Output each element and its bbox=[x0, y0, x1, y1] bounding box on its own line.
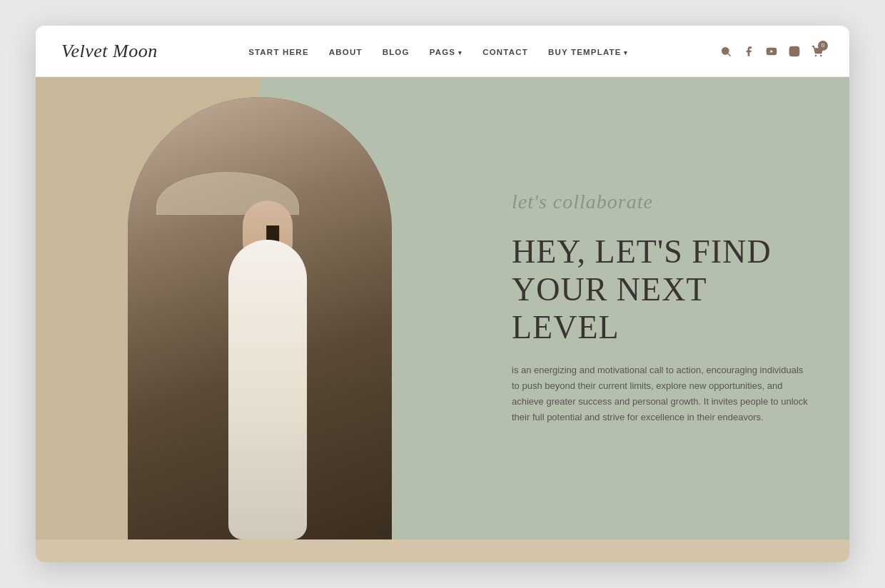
nav-link-about[interactable]: ABOUT bbox=[329, 48, 363, 56]
hero-script-text: let's collaborate bbox=[512, 191, 809, 213]
bottom-strip bbox=[36, 539, 849, 562]
nav-item-start-here[interactable]: START HERE bbox=[248, 45, 309, 58]
figure-body bbox=[228, 240, 307, 539]
svg-point-7 bbox=[821, 55, 821, 56]
svg-point-5 bbox=[796, 48, 797, 49]
hero-body-text: is an energizing and motivational call t… bbox=[512, 363, 809, 425]
arch-clip bbox=[128, 97, 392, 539]
hero-image bbox=[128, 97, 392, 539]
nav-link-blog[interactable]: BLOG bbox=[383, 48, 410, 56]
hero-right-panel: let's collaborate HEY, LET'S FIND YOUR N… bbox=[483, 77, 849, 539]
nav-link-start-here[interactable]: START HERE bbox=[248, 48, 309, 56]
youtube-icon[interactable] bbox=[765, 45, 778, 58]
nav-item-about[interactable]: ABOUT bbox=[329, 45, 363, 58]
nav-link-buy-template[interactable]: BUY TEMPLATE bbox=[548, 48, 629, 56]
cart-icon[interactable]: 0 bbox=[811, 45, 824, 58]
nav-item-pags[interactable]: PAGS bbox=[430, 45, 462, 58]
figure bbox=[189, 126, 346, 539]
hero-left-panel bbox=[36, 77, 483, 539]
cart-count: 0 bbox=[818, 41, 828, 51]
search-icon[interactable] bbox=[719, 45, 732, 58]
nav-item-buy-template[interactable]: BUY TEMPLATE bbox=[548, 45, 629, 58]
browser-window: Velvet Moon START HERE ABOUT BLOG PAGS C… bbox=[36, 26, 849, 562]
nav-link-pags[interactable]: PAGS bbox=[430, 48, 462, 56]
nav-links: START HERE ABOUT BLOG PAGS CONTACT BUY T… bbox=[248, 45, 628, 58]
svg-point-4 bbox=[792, 49, 796, 53]
instagram-icon[interactable] bbox=[788, 45, 801, 58]
nav-link-contact[interactable]: CONTACT bbox=[482, 48, 528, 56]
svg-point-6 bbox=[815, 55, 816, 56]
hero-arch-image bbox=[128, 97, 392, 539]
brand-logo[interactable]: Velvet Moon bbox=[61, 41, 158, 62]
svg-point-0 bbox=[722, 47, 729, 54]
navbar: Velvet Moon START HERE ABOUT BLOG PAGS C… bbox=[36, 26, 849, 77]
nav-item-blog[interactable]: BLOG bbox=[383, 45, 410, 58]
hero-section: let's collaborate HEY, LET'S FIND YOUR N… bbox=[36, 77, 849, 539]
svg-line-1 bbox=[728, 54, 731, 56]
nav-item-contact[interactable]: CONTACT bbox=[482, 45, 528, 58]
facebook-icon[interactable] bbox=[742, 45, 755, 58]
hero-headline: HEY, LET'S FIND YOUR NEXT LEVEL bbox=[512, 233, 809, 347]
nav-icons: 0 bbox=[719, 45, 824, 58]
